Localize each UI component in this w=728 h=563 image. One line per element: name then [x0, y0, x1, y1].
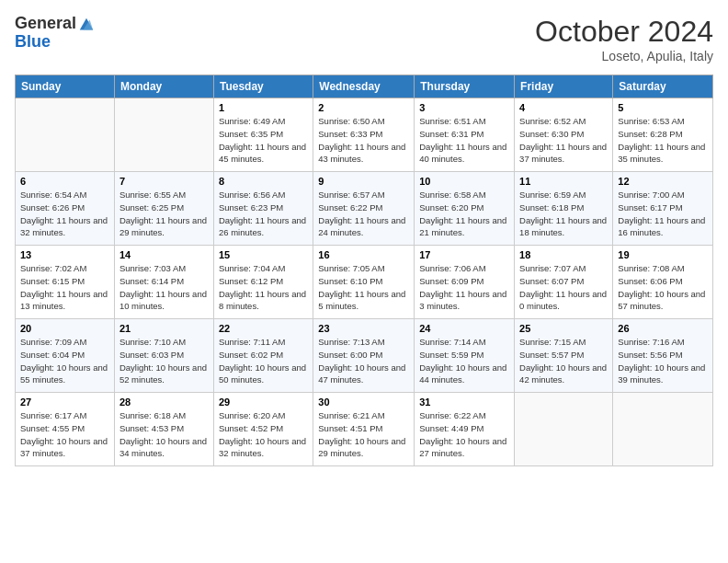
day-number: 22	[219, 323, 308, 334]
day-number: 20	[20, 323, 109, 334]
day-info: Sunrise: 7:07 AM Sunset: 6:07 PM Dayligh…	[519, 262, 608, 313]
day-number: 23	[318, 323, 409, 334]
header-cell-wednesday: Wednesday	[313, 75, 415, 98]
day-number: 19	[618, 249, 708, 260]
calendar-cell: 19Sunrise: 7:08 AM Sunset: 6:06 PM Dayli…	[613, 246, 713, 319]
calendar-cell: 13Sunrise: 7:02 AM Sunset: 6:15 PM Dayli…	[16, 246, 115, 319]
logo-blue: Blue	[15, 33, 95, 52]
calendar-cell: 16Sunrise: 7:05 AM Sunset: 6:10 PM Dayli…	[313, 246, 415, 319]
header-cell-monday: Monday	[114, 75, 213, 98]
calendar-header: SundayMondayTuesdayWednesdayThursdayFrid…	[16, 75, 713, 98]
header-cell-thursday: Thursday	[415, 75, 515, 98]
calendar-cell	[515, 393, 613, 466]
day-info: Sunrise: 7:13 AM Sunset: 6:00 PM Dayligh…	[318, 336, 409, 386]
calendar-cell: 2Sunrise: 6:50 AM Sunset: 6:33 PM Daylig…	[313, 98, 415, 172]
day-info: Sunrise: 7:02 AM Sunset: 6:15 PM Dayligh…	[20, 262, 109, 313]
calendar-cell	[114, 98, 213, 172]
day-number: 3	[419, 102, 509, 113]
day-number: 18	[519, 249, 608, 260]
calendar-cell: 15Sunrise: 7:04 AM Sunset: 6:12 PM Dayli…	[213, 246, 313, 319]
day-info: Sunrise: 7:08 AM Sunset: 6:06 PM Dayligh…	[618, 262, 708, 313]
calendar-cell: 24Sunrise: 7:14 AM Sunset: 5:59 PM Dayli…	[415, 319, 515, 393]
day-number: 2	[318, 102, 409, 113]
day-number: 27	[20, 396, 109, 408]
day-number: 31	[419, 396, 509, 408]
day-number: 13	[20, 249, 109, 260]
calendar-cell: 8Sunrise: 6:56 AM Sunset: 6:23 PM Daylig…	[213, 172, 313, 246]
day-info: Sunrise: 6:50 AM Sunset: 6:33 PM Dayligh…	[318, 115, 409, 166]
calendar-week-3: 20Sunrise: 7:09 AM Sunset: 6:04 PM Dayli…	[16, 319, 713, 393]
calendar-cell: 4Sunrise: 6:52 AM Sunset: 6:30 PM Daylig…	[515, 98, 613, 172]
header-cell-friday: Friday	[515, 75, 613, 98]
day-info: Sunrise: 6:49 AM Sunset: 6:35 PM Dayligh…	[219, 115, 308, 166]
calendar-cell: 29Sunrise: 6:20 AM Sunset: 4:52 PM Dayli…	[213, 393, 313, 466]
day-info: Sunrise: 7:15 AM Sunset: 5:57 PM Dayligh…	[519, 336, 608, 386]
day-number: 16	[318, 249, 409, 260]
calendar-cell: 10Sunrise: 6:58 AM Sunset: 6:20 PM Dayli…	[415, 172, 515, 246]
day-info: Sunrise: 7:16 AM Sunset: 5:56 PM Dayligh…	[618, 336, 708, 386]
calendar-cell: 25Sunrise: 7:15 AM Sunset: 5:57 PM Dayli…	[515, 319, 613, 393]
day-number: 28	[119, 396, 209, 408]
day-info: Sunrise: 6:54 AM Sunset: 6:26 PM Dayligh…	[20, 189, 109, 239]
day-number: 6	[20, 176, 109, 187]
day-number: 1	[219, 102, 308, 113]
day-number: 17	[419, 249, 509, 260]
day-number: 11	[519, 176, 608, 187]
calendar-cell: 21Sunrise: 7:10 AM Sunset: 6:03 PM Dayli…	[114, 319, 213, 393]
day-info: Sunrise: 7:00 AM Sunset: 6:17 PM Dayligh…	[618, 189, 708, 239]
day-info: Sunrise: 6:53 AM Sunset: 6:28 PM Dayligh…	[618, 115, 708, 166]
calendar-week-1: 6Sunrise: 6:54 AM Sunset: 6:26 PM Daylig…	[16, 172, 713, 246]
day-info: Sunrise: 7:06 AM Sunset: 6:09 PM Dayligh…	[419, 262, 509, 313]
day-info: Sunrise: 6:22 AM Sunset: 4:49 PM Dayligh…	[419, 409, 509, 460]
logo-text: General Blue	[15, 15, 95, 52]
calendar-cell: 30Sunrise: 6:21 AM Sunset: 4:51 PM Dayli…	[313, 393, 415, 466]
header-cell-saturday: Saturday	[613, 75, 713, 98]
calendar-week-0: 1Sunrise: 6:49 AM Sunset: 6:35 PM Daylig…	[16, 98, 713, 172]
day-number: 24	[419, 323, 509, 334]
calendar-cell: 22Sunrise: 7:11 AM Sunset: 6:02 PM Dayli…	[213, 319, 313, 393]
calendar-table: SundayMondayTuesdayWednesdayThursdayFrid…	[15, 75, 713, 466]
day-number: 26	[618, 323, 708, 334]
day-number: 10	[419, 176, 509, 187]
day-info: Sunrise: 6:52 AM Sunset: 6:30 PM Dayligh…	[519, 115, 608, 166]
day-number: 8	[219, 176, 308, 187]
page-header: General Blue October 2024 Loseto, Apulia…	[15, 15, 713, 63]
day-info: Sunrise: 7:09 AM Sunset: 6:04 PM Dayligh…	[20, 336, 109, 386]
day-info: Sunrise: 7:04 AM Sunset: 6:12 PM Dayligh…	[219, 262, 308, 313]
calendar-cell: 1Sunrise: 6:49 AM Sunset: 6:35 PM Daylig…	[213, 98, 313, 172]
calendar-cell: 17Sunrise: 7:06 AM Sunset: 6:09 PM Dayli…	[415, 246, 515, 319]
day-number: 30	[318, 396, 409, 408]
day-info: Sunrise: 6:18 AM Sunset: 4:53 PM Dayligh…	[119, 409, 209, 460]
calendar-cell: 27Sunrise: 6:17 AM Sunset: 4:55 PM Dayli…	[16, 393, 115, 466]
day-number: 29	[219, 396, 308, 408]
day-info: Sunrise: 6:20 AM Sunset: 4:52 PM Dayligh…	[219, 409, 308, 460]
day-info: Sunrise: 6:21 AM Sunset: 4:51 PM Dayligh…	[318, 409, 409, 460]
calendar-cell: 9Sunrise: 6:57 AM Sunset: 6:22 PM Daylig…	[313, 172, 415, 246]
calendar-cell: 26Sunrise: 7:16 AM Sunset: 5:56 PM Dayli…	[613, 319, 713, 393]
calendar-cell	[613, 393, 713, 466]
day-info: Sunrise: 6:51 AM Sunset: 6:31 PM Dayligh…	[419, 115, 509, 166]
calendar-cell: 11Sunrise: 6:59 AM Sunset: 6:18 PM Dayli…	[515, 172, 613, 246]
calendar-cell: 3Sunrise: 6:51 AM Sunset: 6:31 PM Daylig…	[415, 98, 515, 172]
month-title: October 2024	[535, 15, 713, 49]
calendar-cell	[16, 98, 115, 172]
calendar-week-2: 13Sunrise: 7:02 AM Sunset: 6:15 PM Dayli…	[16, 246, 713, 319]
day-info: Sunrise: 7:11 AM Sunset: 6:02 PM Dayligh…	[219, 336, 308, 386]
day-number: 12	[618, 176, 708, 187]
day-number: 5	[618, 102, 708, 113]
day-info: Sunrise: 6:56 AM Sunset: 6:23 PM Dayligh…	[219, 189, 308, 239]
calendar-cell: 18Sunrise: 7:07 AM Sunset: 6:07 PM Dayli…	[515, 246, 613, 319]
day-number: 4	[519, 102, 608, 113]
day-number: 15	[219, 249, 308, 260]
day-number: 9	[318, 176, 409, 187]
day-number: 7	[119, 176, 209, 187]
calendar-body: 1Sunrise: 6:49 AM Sunset: 6:35 PM Daylig…	[16, 98, 713, 466]
day-number: 14	[119, 249, 209, 260]
header-row: SundayMondayTuesdayWednesdayThursdayFrid…	[16, 75, 713, 98]
day-info: Sunrise: 7:14 AM Sunset: 5:59 PM Dayligh…	[419, 336, 509, 386]
header-cell-tuesday: Tuesday	[213, 75, 313, 98]
day-info: Sunrise: 7:03 AM Sunset: 6:14 PM Dayligh…	[119, 262, 209, 313]
calendar-cell: 28Sunrise: 6:18 AM Sunset: 4:53 PM Dayli…	[114, 393, 213, 466]
day-number: 21	[119, 323, 209, 334]
calendar-cell: 20Sunrise: 7:09 AM Sunset: 6:04 PM Dayli…	[16, 319, 115, 393]
